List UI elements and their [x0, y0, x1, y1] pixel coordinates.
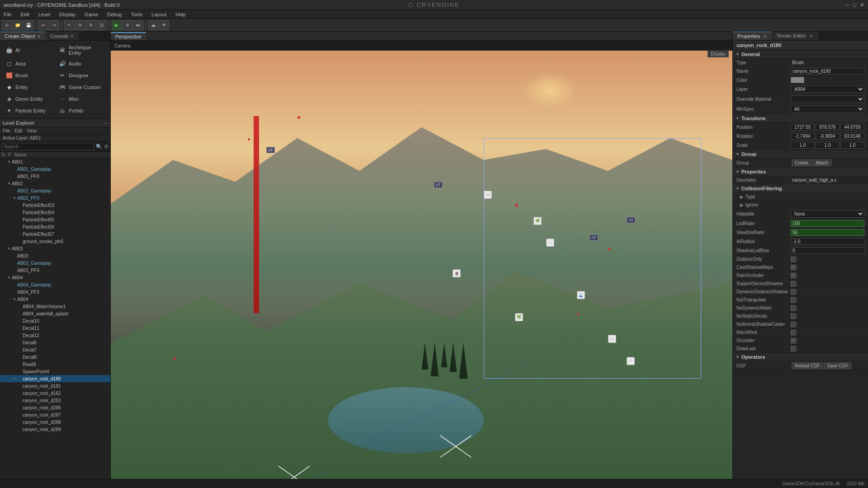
select-btn[interactable]: ↖	[64, 20, 74, 30]
tree-item-ground[interactable]: ground_smoke_pfx5	[0, 238, 110, 245]
menu-display[interactable]: Display	[57, 11, 77, 18]
entity-icon-2[interactable]: 🌿	[533, 217, 542, 225]
tree-item-ab03_[interactable]: AB03	[0, 252, 110, 259]
tree-item-pe57[interactable]: ParticleEffect57	[0, 230, 110, 238]
menu-file[interactable]: File	[2, 11, 14, 18]
menu-edit[interactable]: Edit	[19, 11, 31, 18]
tree-item-ab01_gameplay[interactable]: AB01_Gameplay	[0, 165, 110, 173]
prop-col-type[interactable]: ▶ Type	[733, 193, 868, 201]
outdooronly-checkbox[interactable]	[791, 257, 796, 262]
section-properties[interactable]: ▼ Properties	[733, 168, 868, 176]
viewport[interactable]: Perspective Camera Display	[111, 32, 732, 488]
dynamicdistance-checkbox[interactable]	[791, 289, 796, 295]
hideable-dropdown[interactable]: None	[791, 210, 864, 218]
close-properties[interactable]: ✕	[763, 34, 767, 39]
rot-x[interactable]: -1.7494	[791, 133, 815, 140]
search-input[interactable]	[2, 143, 94, 150]
open-btn[interactable]: 📁	[13, 20, 23, 30]
tree-item-cr286[interactable]: canyon_rock_d286	[0, 404, 110, 411]
maximize-btn[interactable]: □	[853, 2, 856, 8]
pos-y[interactable]: 878.576	[816, 124, 840, 131]
tree-item-cr180[interactable]: 👁canyon_rock_d180	[0, 375, 110, 382]
explorer-view[interactable]: View	[27, 128, 37, 133]
create-ai[interactable]: 🤖 AI	[2, 42, 55, 58]
move-btn[interactable]: ✛	[75, 20, 85, 30]
close-console[interactable]: ✕	[70, 33, 74, 38]
rot-y[interactable]: -0.9694	[816, 133, 840, 140]
noammbshadow-checkbox[interactable]	[791, 322, 796, 327]
tree-item-d10[interactable]: Decal10	[0, 317, 110, 324]
play-btn[interactable]: ▶	[112, 20, 122, 30]
viewport-scene[interactable]: AT AT AT AT 🏔 🌿 ⚙ 🗿 🌊 🌿 🏔 ⚙	[111, 51, 732, 488]
create-archetype-entity[interactable]: 🏛 Archetype Entity	[55, 42, 108, 58]
section-transform[interactable]: ▼ Transform	[733, 114, 868, 123]
terrain-btn[interactable]: ⛰	[148, 20, 158, 30]
tree-item-d7[interactable]: Decal7	[0, 346, 110, 353]
minimize-btn[interactable]: ─	[845, 2, 849, 8]
tree-item-cr182[interactable]: canyon_rock_d182	[0, 389, 110, 397]
close-create-object[interactable]: ✕	[37, 34, 41, 39]
shadowlodbias-input[interactable]	[791, 247, 864, 254]
minimize-explorer[interactable]: ─	[104, 120, 108, 126]
tree-item-wv[interactable]: AB04_WaterVolume1	[0, 303, 110, 310]
section-general[interactable]: ▼ General	[733, 50, 868, 59]
color-box[interactable]	[791, 77, 804, 83]
pos-x[interactable]: 1727.55	[791, 124, 815, 131]
pos-z[interactable]: 44.6759	[840, 124, 864, 131]
layer-dropdown[interactable]: AB04	[791, 85, 864, 93]
nostaticDecals-checkbox[interactable]	[791, 314, 796, 319]
override-material-dropdown[interactable]	[791, 95, 864, 103]
create-prefab[interactable]: 🗂 Prefab	[55, 105, 108, 117]
tree-item-cr253[interactable]: canyon_rock_d253	[0, 397, 110, 404]
nottriangulate-checkbox[interactable]	[791, 297, 796, 303]
tree-item-sp4[interactable]: SpawnPoint4	[0, 368, 110, 375]
tab-console[interactable]: Console ✕	[46, 32, 79, 40]
tree-item-ab03_pfx[interactable]: AB03_PFX	[0, 267, 110, 274]
tree-item-ab04_[interactable]: ▼AB04	[0, 296, 110, 303]
menu-layout[interactable]: Layout	[150, 11, 168, 18]
pause-btn[interactable]: ⏸	[123, 20, 132, 30]
tree-item-ab02_gameplay[interactable]: AB02_Gameplay	[0, 187, 110, 194]
rot-z[interactable]: 63.0148	[840, 133, 864, 140]
tab-properties[interactable]: Properties ✕	[733, 32, 772, 40]
close-terrain[interactable]: ✕	[809, 33, 813, 38]
occluder-checkbox[interactable]	[791, 338, 796, 343]
new-btn[interactable]: ⊙	[2, 20, 12, 30]
create-misc[interactable]: ··· Misc	[55, 93, 108, 105]
tree-item-cr181[interactable]: canyon_rock_d181	[0, 382, 110, 389]
nodynamicwater-checkbox[interactable]	[791, 305, 796, 311]
undo-btn[interactable]: ↩	[38, 20, 48, 30]
tree-item-cr288[interactable]: canyon_rock_d288	[0, 418, 110, 426]
tree-item-cr289[interactable]: canyon_rock_d289	[0, 426, 110, 433]
menu-tools[interactable]: Tools	[129, 11, 144, 18]
drawlast-checkbox[interactable]	[791, 346, 796, 352]
tree-item-ab04_gameplay[interactable]: AB04_Gameplay	[0, 281, 110, 288]
create-group-btn[interactable]: Create	[792, 160, 811, 166]
tree-item-d6[interactable]: Decal6	[0, 339, 110, 346]
tree-item-ws[interactable]: AB04_waterfall_splash	[0, 310, 110, 317]
create-designer[interactable]: ✏ Designer	[55, 70, 108, 81]
scale-y[interactable]: 1.0	[816, 142, 840, 149]
view-btn[interactable]: 👁	[159, 20, 169, 30]
section-collision[interactable]: ▼ CollisionFiltering	[733, 184, 868, 193]
create-entity[interactable]: ◆ Entity	[2, 81, 55, 93]
menu-debug[interactable]: Debug	[105, 11, 123, 18]
viewdistratio-input[interactable]	[791, 229, 864, 236]
create-area[interactable]: ◻ Area	[2, 58, 55, 70]
step-btn[interactable]: ⏭	[133, 20, 143, 30]
tree-item-ab04_pfx[interactable]: AB04_PFX	[0, 288, 110, 296]
create-particle-entity[interactable]: ✦ Particle Entity	[2, 105, 55, 117]
tree-item-pe54[interactable]: ParticleEffect54	[0, 209, 110, 216]
tree-item-ab04[interactable]: ▼AB04	[0, 274, 110, 281]
tree-item-pe55[interactable]: ParticleEffect55	[0, 216, 110, 223]
name-input[interactable]	[791, 68, 864, 75]
create-game-custom[interactable]: 🎮 Game Custom	[55, 81, 108, 93]
tab-perspective[interactable]: Perspective	[111, 32, 146, 40]
minspec-dropdown[interactable]: All	[791, 105, 864, 113]
tree-item-ab03_gameplay[interactable]: AB03_Gameplay	[0, 259, 110, 267]
create-geom-entity[interactable]: ◈ Geom Entity	[2, 93, 55, 105]
display-button[interactable]: Display	[708, 51, 729, 57]
close-btn[interactable]: ✕	[860, 2, 864, 8]
attach-group-btn[interactable]: Attach	[812, 160, 831, 166]
tab-terrain-editor[interactable]: Terrain Editor ✕	[772, 32, 817, 40]
